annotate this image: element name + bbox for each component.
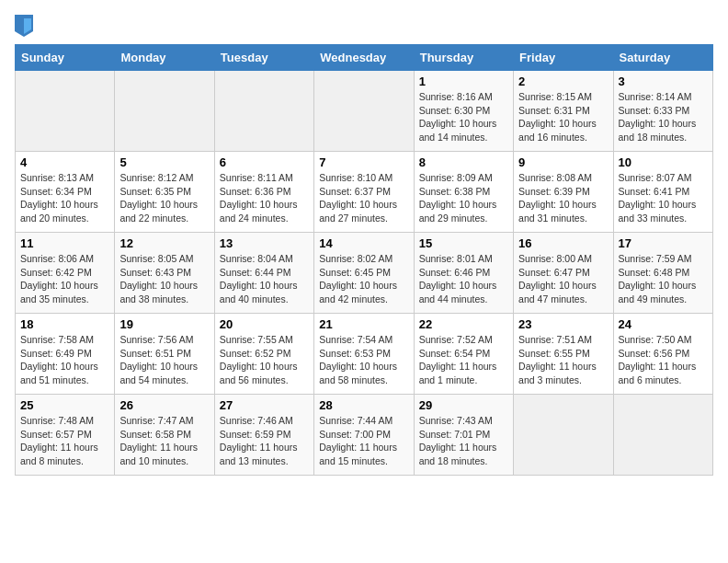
day-info: Sunrise: 8:01 AMSunset: 6:46 PMDaylight:… <box>419 252 508 306</box>
calendar-cell: 6Sunrise: 8:11 AMSunset: 6:36 PMDaylight… <box>214 152 313 233</box>
day-info: Sunrise: 8:13 AMSunset: 6:34 PMDaylight:… <box>20 171 109 225</box>
day-number: 15 <box>419 236 508 250</box>
calendar-cell: 3Sunrise: 8:14 AMSunset: 6:33 PMDaylight… <box>613 71 712 152</box>
day-info: Sunrise: 7:59 AMSunset: 6:48 PMDaylight:… <box>619 252 708 306</box>
day-number: 14 <box>319 236 408 250</box>
calendar-week-row: 18Sunrise: 7:58 AMSunset: 6:49 PMDayligh… <box>16 314 713 395</box>
calendar-week-row: 11Sunrise: 8:06 AMSunset: 6:42 PMDayligh… <box>16 233 713 314</box>
page-header <box>15 15 713 37</box>
weekday-header-tuesday: Tuesday <box>214 45 313 71</box>
day-number: 25 <box>20 398 109 412</box>
calendar-cell: 2Sunrise: 8:15 AMSunset: 6:31 PMDaylight… <box>514 71 613 152</box>
day-info: Sunrise: 8:16 AMSunset: 6:30 PMDaylight:… <box>419 90 508 144</box>
calendar-cell <box>314 71 414 152</box>
day-info: Sunrise: 8:15 AMSunset: 6:31 PMDaylight:… <box>518 90 608 144</box>
day-info: Sunrise: 7:56 AMSunset: 6:51 PMDaylight:… <box>119 333 209 387</box>
calendar-cell: 22Sunrise: 7:52 AMSunset: 6:54 PMDayligh… <box>414 314 513 395</box>
calendar-cell: 10Sunrise: 8:07 AMSunset: 6:41 PMDayligh… <box>613 152 712 233</box>
day-number: 9 <box>518 155 608 169</box>
day-info: Sunrise: 7:58 AMSunset: 6:49 PMDaylight:… <box>20 333 109 387</box>
day-number: 27 <box>220 398 309 412</box>
weekday-header-saturday: Saturday <box>613 45 712 71</box>
day-number: 22 <box>419 317 508 331</box>
calendar-cell: 21Sunrise: 7:54 AMSunset: 6:53 PMDayligh… <box>314 314 414 395</box>
day-number: 18 <box>20 317 109 331</box>
calendar-cell <box>115 71 214 152</box>
calendar-cell: 28Sunrise: 7:44 AMSunset: 7:00 PMDayligh… <box>314 395 414 476</box>
calendar-cell: 24Sunrise: 7:50 AMSunset: 6:56 PMDayligh… <box>613 314 712 395</box>
day-number: 11 <box>20 236 109 250</box>
calendar-cell: 29Sunrise: 7:43 AMSunset: 7:01 PMDayligh… <box>414 395 513 476</box>
calendar-cell <box>214 71 313 152</box>
calendar-cell: 26Sunrise: 7:47 AMSunset: 6:58 PMDayligh… <box>115 395 214 476</box>
day-info: Sunrise: 7:51 AMSunset: 6:55 PMDaylight:… <box>518 333 608 387</box>
day-info: Sunrise: 7:54 AMSunset: 6:53 PMDaylight:… <box>319 333 408 387</box>
calendar-cell: 17Sunrise: 7:59 AMSunset: 6:48 PMDayligh… <box>613 233 712 314</box>
calendar-cell: 5Sunrise: 8:12 AMSunset: 6:35 PMDaylight… <box>115 152 214 233</box>
day-info: Sunrise: 8:08 AMSunset: 6:39 PMDaylight:… <box>518 171 608 225</box>
day-info: Sunrise: 7:47 AMSunset: 6:58 PMDaylight:… <box>119 414 209 468</box>
day-number: 29 <box>419 398 508 412</box>
day-number: 16 <box>518 236 608 250</box>
logo <box>15 15 37 37</box>
calendar-cell: 11Sunrise: 8:06 AMSunset: 6:42 PMDayligh… <box>16 233 115 314</box>
day-info: Sunrise: 8:14 AMSunset: 6:33 PMDaylight:… <box>619 90 708 144</box>
calendar-week-row: 25Sunrise: 7:48 AMSunset: 6:57 PMDayligh… <box>16 395 713 476</box>
day-number: 23 <box>518 317 608 331</box>
logo-icon <box>15 15 33 37</box>
day-number: 28 <box>319 398 408 412</box>
calendar-cell: 8Sunrise: 8:09 AMSunset: 6:38 PMDaylight… <box>414 152 513 233</box>
calendar-cell: 20Sunrise: 7:55 AMSunset: 6:52 PMDayligh… <box>214 314 313 395</box>
day-number: 10 <box>619 155 708 169</box>
day-info: Sunrise: 7:50 AMSunset: 6:56 PMDaylight:… <box>619 333 708 387</box>
day-number: 20 <box>220 317 309 331</box>
day-number: 12 <box>119 236 209 250</box>
weekday-header-row: SundayMondayTuesdayWednesdayThursdayFrid… <box>16 45 713 71</box>
day-number: 1 <box>419 75 508 88</box>
weekday-header-thursday: Thursday <box>414 45 513 71</box>
calendar-cell: 27Sunrise: 7:46 AMSunset: 6:59 PMDayligh… <box>214 395 313 476</box>
day-number: 5 <box>119 155 209 169</box>
day-number: 19 <box>119 317 209 331</box>
day-info: Sunrise: 8:12 AMSunset: 6:35 PMDaylight:… <box>119 171 209 225</box>
calendar-cell <box>613 395 712 476</box>
calendar-cell: 7Sunrise: 8:10 AMSunset: 6:37 PMDaylight… <box>314 152 414 233</box>
day-number: 13 <box>220 236 309 250</box>
calendar-cell: 1Sunrise: 8:16 AMSunset: 6:30 PMDaylight… <box>414 71 513 152</box>
weekday-header-monday: Monday <box>115 45 214 71</box>
day-number: 3 <box>619 75 708 88</box>
day-number: 4 <box>20 155 109 169</box>
day-info: Sunrise: 8:00 AMSunset: 6:47 PMDaylight:… <box>518 252 608 306</box>
weekday-header-friday: Friday <box>514 45 613 71</box>
day-info: Sunrise: 8:07 AMSunset: 6:41 PMDaylight:… <box>619 171 708 225</box>
day-info: Sunrise: 8:10 AMSunset: 6:37 PMDaylight:… <box>319 171 408 225</box>
day-info: Sunrise: 7:43 AMSunset: 7:01 PMDaylight:… <box>419 414 508 468</box>
day-info: Sunrise: 8:04 AMSunset: 6:44 PMDaylight:… <box>220 252 309 306</box>
day-number: 24 <box>619 317 708 331</box>
day-info: Sunrise: 8:02 AMSunset: 6:45 PMDaylight:… <box>319 252 408 306</box>
day-info: Sunrise: 8:11 AMSunset: 6:36 PMDaylight:… <box>220 171 309 225</box>
calendar-cell: 4Sunrise: 8:13 AMSunset: 6:34 PMDaylight… <box>16 152 115 233</box>
calendar-cell: 13Sunrise: 8:04 AMSunset: 6:44 PMDayligh… <box>214 233 313 314</box>
calendar-cell <box>514 395 613 476</box>
day-number: 21 <box>319 317 408 331</box>
day-info: Sunrise: 7:44 AMSunset: 7:00 PMDaylight:… <box>319 414 408 468</box>
calendar-week-row: 4Sunrise: 8:13 AMSunset: 6:34 PMDaylight… <box>16 152 713 233</box>
calendar-cell: 18Sunrise: 7:58 AMSunset: 6:49 PMDayligh… <box>16 314 115 395</box>
calendar-table: SundayMondayTuesdayWednesdayThursdayFrid… <box>15 44 713 476</box>
calendar-cell: 12Sunrise: 8:05 AMSunset: 6:43 PMDayligh… <box>115 233 214 314</box>
calendar-week-row: 1Sunrise: 8:16 AMSunset: 6:30 PMDaylight… <box>16 71 713 152</box>
day-info: Sunrise: 8:09 AMSunset: 6:38 PMDaylight:… <box>419 171 508 225</box>
day-info: Sunrise: 7:46 AMSunset: 6:59 PMDaylight:… <box>220 414 309 468</box>
day-number: 8 <box>419 155 508 169</box>
calendar-cell: 23Sunrise: 7:51 AMSunset: 6:55 PMDayligh… <box>514 314 613 395</box>
day-number: 6 <box>220 155 309 169</box>
day-number: 17 <box>619 236 708 250</box>
calendar-cell: 14Sunrise: 8:02 AMSunset: 6:45 PMDayligh… <box>314 233 414 314</box>
day-number: 26 <box>119 398 209 412</box>
day-info: Sunrise: 8:06 AMSunset: 6:42 PMDaylight:… <box>20 252 109 306</box>
day-info: Sunrise: 7:55 AMSunset: 6:52 PMDaylight:… <box>220 333 309 387</box>
day-info: Sunrise: 7:52 AMSunset: 6:54 PMDaylight:… <box>419 333 508 387</box>
day-info: Sunrise: 7:48 AMSunset: 6:57 PMDaylight:… <box>20 414 109 468</box>
calendar-cell: 16Sunrise: 8:00 AMSunset: 6:47 PMDayligh… <box>514 233 613 314</box>
